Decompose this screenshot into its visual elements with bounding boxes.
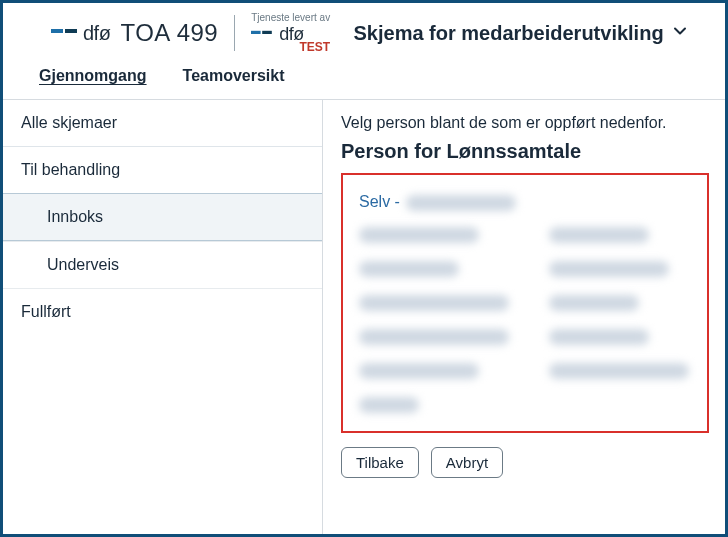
main-title: Person for Lønnssamtale bbox=[341, 140, 709, 163]
chevron-down-icon bbox=[672, 23, 688, 43]
self-prefix: Selv - bbox=[359, 193, 404, 210]
tilbake-button[interactable]: Tilbake bbox=[341, 447, 419, 478]
sidebar-item-til-behandling[interactable]: Til behandling bbox=[3, 146, 322, 193]
actions-row: Tilbake Avbryt bbox=[341, 447, 709, 478]
logo-word: dfø bbox=[83, 22, 110, 45]
tj-test-label: TEST bbox=[299, 41, 330, 53]
person-item-redacted[interactable] bbox=[359, 397, 419, 413]
person-item-redacted[interactable] bbox=[549, 363, 689, 379]
brand-row: dfø TOA 499 Tjeneste levert av dfø TEST … bbox=[3, 3, 725, 57]
brand-divider bbox=[234, 15, 235, 51]
tab-gjennomgang[interactable]: Gjennomgang bbox=[39, 67, 147, 85]
person-item-redacted[interactable] bbox=[359, 363, 479, 379]
sidebar-item-underveis[interactable]: Underveis bbox=[3, 241, 322, 288]
self-name-redacted bbox=[406, 195, 516, 211]
person-item-redacted[interactable] bbox=[549, 261, 669, 277]
sidebar: Alle skjemaer Til behandling Innboks Und… bbox=[3, 100, 323, 534]
main-pane: Velg person blant de som er oppført nede… bbox=[323, 100, 725, 534]
tj-logo-icon bbox=[251, 29, 272, 39]
person-grid bbox=[359, 227, 691, 413]
hint-text: Velg person blant de som er oppført nede… bbox=[341, 114, 709, 132]
tabs-row: Gjennomgang Teamoversikt bbox=[3, 57, 725, 100]
avbryt-button[interactable]: Avbryt bbox=[431, 447, 503, 478]
tab-teamoversikt[interactable]: Teamoversikt bbox=[183, 67, 285, 85]
person-item-redacted[interactable] bbox=[549, 329, 649, 345]
person-item-redacted[interactable] bbox=[359, 295, 509, 311]
title-dropdown[interactable]: Skjema for medarbeiderutvikling bbox=[336, 22, 705, 45]
person-item-redacted[interactable] bbox=[359, 261, 459, 277]
logo-sub: TOA 499 bbox=[120, 19, 218, 47]
self-line[interactable]: Selv - bbox=[359, 193, 691, 211]
body-row: Alle skjemaer Til behandling Innboks Und… bbox=[3, 100, 725, 534]
logo-icon bbox=[51, 27, 77, 39]
app-frame: dfø TOA 499 Tjeneste levert av dfø TEST … bbox=[0, 0, 728, 537]
sidebar-item-alle-skjemaer[interactable]: Alle skjemaer bbox=[3, 100, 322, 146]
tj-caption: Tjeneste levert av bbox=[251, 13, 330, 23]
sidebar-item-fullfort[interactable]: Fullført bbox=[3, 288, 322, 335]
sidebar-item-innboks[interactable]: Innboks bbox=[3, 193, 322, 241]
tj-block: Tjeneste levert av dfø TEST bbox=[251, 13, 330, 53]
person-select-box: Selv - bbox=[341, 173, 709, 433]
person-item-redacted[interactable] bbox=[359, 329, 509, 345]
person-item-redacted[interactable] bbox=[549, 295, 639, 311]
person-item-redacted[interactable] bbox=[359, 227, 479, 243]
page-title: Skjema for medarbeiderutvikling bbox=[354, 22, 664, 45]
person-item-redacted[interactable] bbox=[549, 227, 649, 243]
